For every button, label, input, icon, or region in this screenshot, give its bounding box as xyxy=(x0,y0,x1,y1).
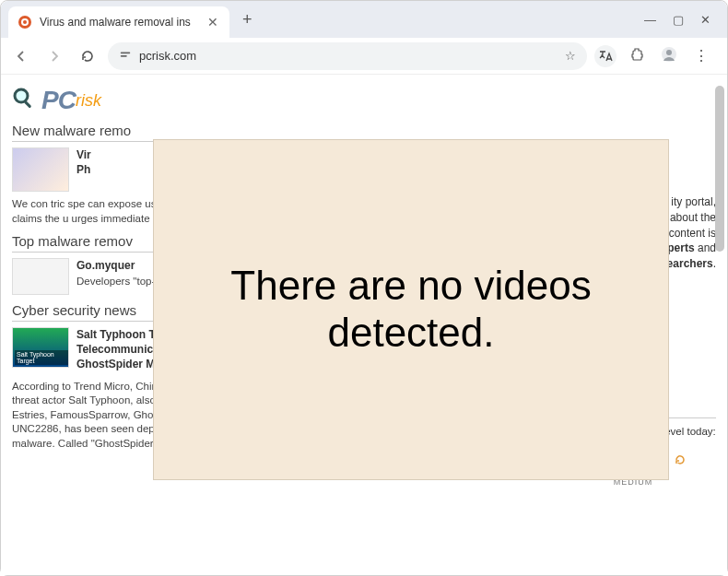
forward-button[interactable] xyxy=(41,43,67,69)
browser-tab[interactable]: Virus and malware removal ins ✕ xyxy=(8,6,229,38)
tab-favicon-icon xyxy=(18,15,32,29)
article-title: VirPh xyxy=(76,147,91,177)
translate-icon[interactable] xyxy=(594,45,616,67)
back-button[interactable] xyxy=(8,43,34,69)
svg-rect-3 xyxy=(121,52,131,53)
svg-point-6 xyxy=(666,50,672,55)
menu-dots-icon[interactable]: ⋮ xyxy=(690,43,712,68)
site-info-icon[interactable] xyxy=(119,48,132,64)
browser-window: Virus and malware removal ins ✕ + — ▢ ✕ … xyxy=(0,0,728,576)
overlay-popup: There are no videos detected. xyxy=(153,139,669,480)
tab-close-icon[interactable]: ✕ xyxy=(205,13,220,31)
magnifier-icon xyxy=(12,87,36,114)
minimize-button[interactable]: — xyxy=(644,13,656,27)
svg-rect-8 xyxy=(24,100,31,108)
logo-pc: PC xyxy=(41,86,76,115)
close-window-button[interactable]: ✕ xyxy=(700,13,710,27)
site-logo[interactable]: PCrisk xyxy=(12,86,539,115)
overlay-message: There are no videos detected. xyxy=(154,263,668,356)
svg-point-7 xyxy=(15,89,28,102)
url-text: pcrisk.com xyxy=(139,49,196,63)
toolbar-right: ⋮ xyxy=(594,42,720,70)
window-controls: — ▢ ✕ xyxy=(644,13,720,27)
logo-risk: risk xyxy=(76,91,101,111)
tab-title: Virus and malware removal ins xyxy=(40,16,191,29)
toolbar: pcrisk.com ☆ ⋮ xyxy=(1,38,727,75)
page-viewport: PCrisk New malware remo VirPh We con tri… xyxy=(1,75,727,575)
maximize-button[interactable]: ▢ xyxy=(673,13,684,27)
scrollbar[interactable] xyxy=(714,75,725,575)
reload-button[interactable] xyxy=(75,43,100,69)
article-thumb xyxy=(12,258,69,295)
svg-rect-4 xyxy=(121,55,127,57)
scroll-thumb[interactable] xyxy=(715,86,724,252)
article-thumb xyxy=(12,327,69,368)
address-bar[interactable]: pcrisk.com ☆ xyxy=(108,42,587,70)
article-thumb xyxy=(12,147,69,192)
bookmark-star-icon[interactable]: ☆ xyxy=(565,49,576,63)
new-tab-button[interactable]: + xyxy=(239,6,256,33)
extensions-icon[interactable] xyxy=(626,43,648,69)
svg-point-2 xyxy=(23,20,27,24)
titlebar: Virus and malware removal ins ✕ + — ▢ ✕ xyxy=(1,1,727,38)
refresh-small-icon[interactable] xyxy=(675,451,686,469)
profile-avatar-icon[interactable] xyxy=(657,42,681,70)
